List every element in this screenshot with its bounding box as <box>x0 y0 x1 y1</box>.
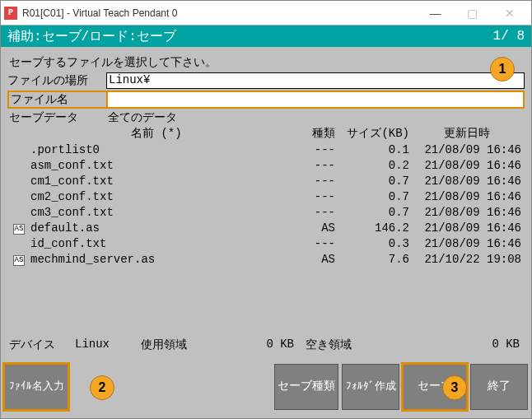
device-value: Linux <box>75 338 141 352</box>
window-title: R01[C01] - Virtual Teach Pendant 0 <box>22 7 417 19</box>
filename-field-wrap <box>106 91 525 109</box>
file-date: 21/08/09 16:46 <box>409 174 525 189</box>
location-row: ファイルの場所 Linux¥ <box>7 72 525 89</box>
file-date: 21/08/09 16:46 <box>409 221 525 236</box>
table-row[interactable]: ASmechmind_server.asAS7.621/10/22 19:08 <box>7 252 525 268</box>
file-name: cm1_conf.txt <box>30 174 278 189</box>
filename-input-button[interactable]: ﾌｧｲﾙ名入力 <box>4 364 68 410</box>
used-label: 使用領域 <box>141 338 223 352</box>
exit-button[interactable]: 終了 <box>470 364 528 410</box>
file-type-icon <box>7 174 30 189</box>
content-area: セーブするファイルを選択して下さい。 ファイルの場所 Linux¥ ファイル名 … <box>1 47 531 357</box>
device-label: デバイス <box>9 338 75 352</box>
close-button: ✕ <box>491 2 528 25</box>
maximize-button: ▢ <box>454 2 491 25</box>
file-type-icon <box>7 158 30 174</box>
savedata-label: セーブデータ <box>9 110 108 125</box>
file-name: cm3_conf.txt <box>30 205 278 221</box>
titlebar: P R01[C01] - Virtual Teach Pendant 0 — ▢… <box>1 1 531 26</box>
callout-3: 3 <box>442 375 467 400</box>
filename-row: ファイル名 <box>7 91 525 109</box>
file-date: 21/08/09 16:46 <box>409 205 525 221</box>
file-size: 0.2 <box>335 158 409 174</box>
file-date: 21/08/09 16:46 <box>409 236 525 252</box>
file-date: 21/08/09 16:46 <box>409 189 525 205</box>
free-value: 0 KB <box>380 338 523 352</box>
filename-input[interactable] <box>108 92 523 107</box>
callout-1: 1 <box>490 57 515 81</box>
file-name: mechmind_server.as <box>30 252 278 268</box>
save-type-button[interactable]: セーブ種類 <box>274 364 338 410</box>
file-date: 21/10/22 19:08 <box>409 252 525 268</box>
table-row[interactable]: asm_conf.txt---0.221/08/09 16:46 <box>7 158 525 174</box>
app-icon: P <box>4 7 17 20</box>
file-kind: --- <box>278 142 335 158</box>
file-date: 21/08/09 16:46 <box>409 158 525 174</box>
mode-header: 補助:セーブ/ロード:セーブ 1/ 8 <box>1 26 531 47</box>
file-name: id_conf.txt <box>30 236 278 252</box>
header-size: サイズ(KB) <box>335 126 409 141</box>
table-row[interactable]: cm3_conf.txt---0.721/08/09 16:46 <box>7 205 525 221</box>
table-row[interactable]: ASdefault.asAS146.221/08/09 16:46 <box>7 221 525 236</box>
file-kind: AS <box>278 221 335 236</box>
savedata-value: 全てのデータ <box>108 110 177 125</box>
prompt-text: セーブするファイルを選択して下さい。 <box>7 52 525 72</box>
list-header: 名前 (*) 種類 サイズ(KB) 更新日時 <box>7 126 525 142</box>
table-row[interactable]: id_conf.txt---0.321/08/09 16:46 <box>7 236 525 252</box>
file-size: 0.7 <box>335 205 409 221</box>
file-name: asm_conf.txt <box>30 158 278 174</box>
file-kind: --- <box>278 158 335 174</box>
file-size: 7.6 <box>335 252 409 268</box>
page-indicator: 1/ 8 <box>493 29 525 44</box>
file-name: cm2_conf.txt <box>30 189 278 205</box>
minimize-button[interactable]: — <box>417 2 454 25</box>
file-kind: AS <box>278 252 335 268</box>
mkdir-button[interactable]: ﾌｫﾙﾀﾞ作成 <box>342 364 399 410</box>
window-controls: — ▢ ✕ <box>417 2 528 25</box>
file-date: 21/08/09 16:46 <box>409 142 525 158</box>
app-window: P R01[C01] - Virtual Teach Pendant 0 — ▢… <box>0 0 532 419</box>
file-size: 0.1 <box>335 142 409 158</box>
file-type-icon <box>7 189 30 205</box>
callout-2: 2 <box>90 375 114 400</box>
file-kind: --- <box>278 236 335 252</box>
device-row: デバイス Linux 使用領域 0 KB 空き領域 0 KB <box>7 329 525 357</box>
file-name: .portlist0 <box>30 142 278 158</box>
mode-text: 補助:セーブ/ロード:セーブ <box>7 28 493 45</box>
savedata-row: セーブデータ 全てのデータ <box>7 109 525 126</box>
file-size: 0.7 <box>335 189 409 205</box>
used-value: 0 KB <box>223 338 306 352</box>
file-type-icon <box>7 142 30 158</box>
filename-label: ファイル名 <box>7 91 106 109</box>
free-label: 空き領域 <box>306 338 380 352</box>
location-field[interactable]: Linux¥ <box>106 72 525 89</box>
file-list: .portlist0---0.121/08/09 16:46asm_conf.t… <box>7 142 525 329</box>
location-label: ファイルの場所 <box>7 73 106 88</box>
header-date: 更新日時 <box>409 126 525 141</box>
file-name: default.as <box>30 221 278 236</box>
header-name: 名前 (*) <box>7 126 278 141</box>
table-row[interactable]: .portlist0---0.121/08/09 16:46 <box>7 142 525 158</box>
file-kind: --- <box>278 205 335 221</box>
table-row[interactable]: cm2_conf.txt---0.721/08/09 16:46 <box>7 189 525 205</box>
file-size: 0.3 <box>335 236 409 252</box>
file-type-icon: AS <box>7 221 30 236</box>
file-kind: --- <box>278 189 335 205</box>
file-type-icon <box>7 205 30 221</box>
file-type-icon: AS <box>7 252 30 268</box>
file-kind: --- <box>278 174 335 189</box>
file-size: 0.7 <box>335 174 409 189</box>
file-size: 146.2 <box>335 221 409 236</box>
table-row[interactable]: cm1_conf.txt---0.721/08/09 16:46 <box>7 174 525 189</box>
file-type-icon <box>7 236 30 252</box>
header-kind: 種類 <box>278 126 335 141</box>
